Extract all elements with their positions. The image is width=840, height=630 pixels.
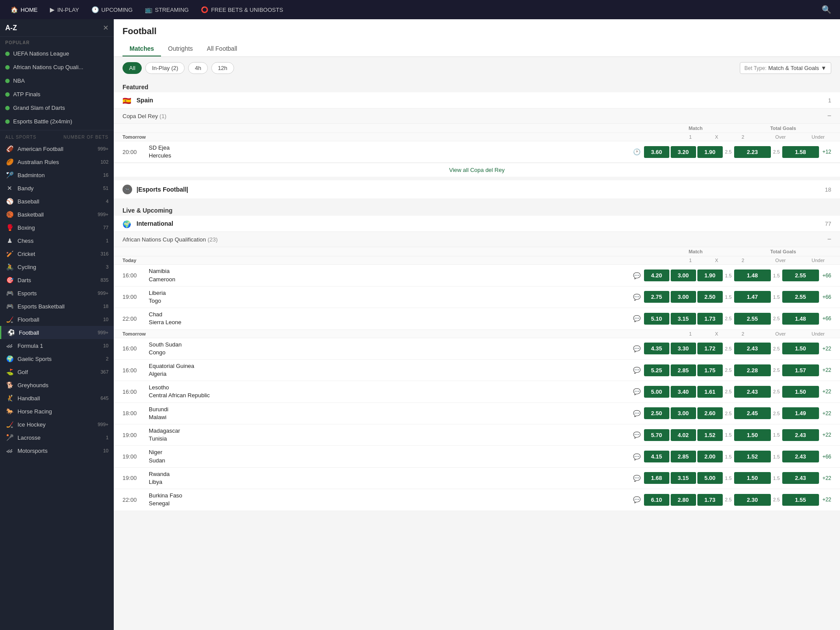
- over-button[interactable]: 2.28: [734, 364, 771, 376]
- sidebar-item-american-football[interactable]: 🏈 American Football 999+: [0, 142, 114, 155]
- odds-2-button[interactable]: 5.00: [697, 472, 723, 484]
- odds-x-button[interactable]: 3.15: [671, 313, 696, 325]
- odds-x-button[interactable]: 3.00: [671, 270, 696, 281]
- section-header-international[interactable]: 🌍 International 77: [114, 216, 840, 232]
- odds-2-button[interactable]: 2.60: [697, 407, 723, 419]
- over-button[interactable]: 2.43: [734, 386, 771, 398]
- under-button[interactable]: 1.55: [782, 494, 819, 506]
- odds-x-button[interactable]: 3.20: [671, 146, 696, 158]
- chat-icon[interactable]: 💬: [633, 431, 640, 438]
- odds-1-button[interactable]: 5.00: [644, 386, 669, 398]
- over-button[interactable]: 2.55: [734, 313, 771, 325]
- odds-x-button[interactable]: 3.00: [671, 291, 696, 303]
- view-all-copa-del-rey[interactable]: View all Copa del Rey: [114, 163, 840, 177]
- bet-type-selector[interactable]: Bet Type: Match & Total Goals ▼: [740, 62, 831, 74]
- sidebar-item-basketball[interactable]: 🏀 Basketball 999+: [0, 208, 114, 221]
- sidebar-item-australian-rules[interactable]: 🏉 Australian Rules 102: [0, 155, 114, 168]
- filter-in-play[interactable]: In-Play (2): [145, 62, 185, 74]
- under-button[interactable]: 1.50: [782, 343, 819, 354]
- odds-1-button[interactable]: 5.25: [644, 364, 669, 376]
- sidebar-item-baseball[interactable]: ⚾ Baseball 4: [0, 195, 114, 208]
- under-button[interactable]: 2.55: [782, 291, 819, 303]
- odds-2-button[interactable]: 1.75: [697, 364, 723, 376]
- more-bets-link[interactable]: +22: [822, 432, 831, 438]
- odds-2-button[interactable]: 1.72: [697, 343, 723, 354]
- sidebar-item-ice-hockey[interactable]: 🏒 Ice Hockey 999+: [0, 418, 114, 431]
- sidebar-item-boxing[interactable]: 🥊 Boxing 77: [0, 221, 114, 234]
- under-button[interactable]: 1.57: [782, 364, 819, 376]
- nav-streaming[interactable]: 📺 STREAMING: [140, 0, 194, 19]
- afcon-qual-header[interactable]: African Nations Cup Qualification (23) −: [114, 232, 840, 247]
- under-button[interactable]: 2.43: [782, 429, 819, 441]
- odds-x-button[interactable]: 3.15: [671, 472, 696, 484]
- odds-1-button[interactable]: 3.60: [644, 146, 669, 158]
- chat-icon[interactable]: 💬: [633, 345, 640, 352]
- chat-icon[interactable]: 💬: [633, 475, 640, 482]
- odds-x-button[interactable]: 3.30: [671, 343, 696, 354]
- filter-12h[interactable]: 12h: [211, 62, 234, 74]
- odds-1-button[interactable]: 5.10: [644, 313, 669, 325]
- sidebar-item-badminton[interactable]: 🏸 Badminton 16: [0, 168, 114, 182]
- chat-icon[interactable]: 💬: [633, 315, 640, 322]
- odds-x-button[interactable]: 2.80: [671, 494, 696, 506]
- over-button[interactable]: 2.45: [734, 407, 771, 419]
- odds-x-button[interactable]: 3.00: [671, 407, 696, 419]
- more-bets-link[interactable]: +66: [822, 454, 831, 460]
- sidebar-item-greyhounds[interactable]: 🐕 Greyhounds: [0, 378, 114, 392]
- section-header-spain[interactable]: 🇪🇸 Spain 1: [114, 92, 840, 108]
- tab-all-football[interactable]: All Football: [200, 42, 244, 56]
- sidebar-item-gaelic-sports[interactable]: 🌍 Gaelic Sports 2: [0, 352, 114, 365]
- nav-free-bets[interactable]: ⭕ FREE BETS & UNIBOOSTS: [196, 0, 288, 19]
- odds-x-button[interactable]: 3.40: [671, 386, 696, 398]
- odds-1-button[interactable]: 2.50: [644, 407, 669, 419]
- more-bets-link[interactable]: +22: [822, 367, 831, 373]
- chat-icon[interactable]: 💬: [633, 272, 640, 279]
- sidebar-item-motorsports[interactable]: 🏎 Motorsports 10: [0, 444, 114, 457]
- sidebar-item-uefa[interactable]: UEFA Nations League: [0, 47, 114, 60]
- sidebar-item-football[interactable]: ⚽ Football 999+: [0, 326, 114, 339]
- sidebar-item-afcon[interactable]: African Nations Cup Quali...: [0, 60, 114, 74]
- more-bets-link[interactable]: +22: [822, 475, 831, 481]
- sidebar-item-horse-racing[interactable]: 🐎 Horse Racing: [0, 405, 114, 418]
- sidebar-item-cricket[interactable]: 🏏 Cricket 316: [0, 247, 114, 260]
- sidebar-item-grand-slam-darts[interactable]: Grand Slam of Darts: [0, 101, 114, 115]
- sidebar-item-esports[interactable]: 🎮 Esports 999+: [0, 287, 114, 300]
- sidebar-item-bandy[interactable]: ✕ Bandy 51: [0, 182, 114, 195]
- more-bets-link[interactable]: +22: [822, 346, 831, 352]
- under-button[interactable]: 2.55: [782, 270, 819, 281]
- tab-matches[interactable]: Matches: [122, 42, 161, 56]
- odds-1-button[interactable]: 4.20: [644, 270, 669, 281]
- sidebar-item-atp[interactable]: ATP Finals: [0, 88, 114, 101]
- over-button[interactable]: 2.43: [734, 343, 771, 354]
- copa-del-rey-header[interactable]: Copa Del Rey (1) −: [114, 108, 840, 124]
- sidebar-close-button[interactable]: ✕: [103, 24, 108, 32]
- collapse-icon[interactable]: −: [827, 112, 831, 120]
- under-button[interactable]: 1.48: [782, 313, 819, 325]
- odds-x-button[interactable]: 2.85: [671, 451, 696, 462]
- odds-1-button[interactable]: 2.75: [644, 291, 669, 303]
- sidebar-item-esports-battle[interactable]: Esports Battle (2x4min): [0, 115, 114, 128]
- over-button[interactable]: 1.50: [734, 472, 771, 484]
- odds-1-button[interactable]: 1.68: [644, 472, 669, 484]
- more-bets-link[interactable]: +22: [822, 497, 831, 503]
- odds-2-button[interactable]: 1.52: [697, 429, 723, 441]
- under-button[interactable]: 2.43: [782, 472, 819, 484]
- collapse-icon[interactable]: −: [827, 235, 831, 243]
- chat-icon[interactable]: 💬: [633, 453, 640, 460]
- sidebar-item-chess[interactable]: ♟ Chess 1: [0, 234, 114, 247]
- under-button[interactable]: 2.43: [782, 451, 819, 462]
- sidebar-item-nba[interactable]: NBA: [0, 74, 114, 88]
- chat-icon[interactable]: 💬: [633, 410, 640, 417]
- sidebar-item-golf[interactable]: ⛳ Golf 367: [0, 365, 114, 378]
- sidebar-item-esports-basketball[interactable]: 🎮 Esports Basketball 18: [0, 300, 114, 313]
- under-button[interactable]: 1.58: [782, 146, 819, 158]
- chat-icon[interactable]: 💬: [633, 294, 640, 301]
- esports-section-header[interactable]: 🎮 |Esports Football| 18: [114, 180, 840, 199]
- nav-upcoming[interactable]: 🕐 UPCOMING: [86, 0, 138, 19]
- more-bets-link[interactable]: +66: [822, 315, 831, 322]
- search-button[interactable]: 🔍: [818, 5, 835, 14]
- odds-2-button[interactable]: 2.00: [697, 451, 723, 462]
- sidebar-item-handball[interactable]: 🤾 Handball 645: [0, 392, 114, 405]
- odds-2-button[interactable]: 1.73: [697, 313, 723, 325]
- more-bets-link[interactable]: +66: [822, 294, 831, 300]
